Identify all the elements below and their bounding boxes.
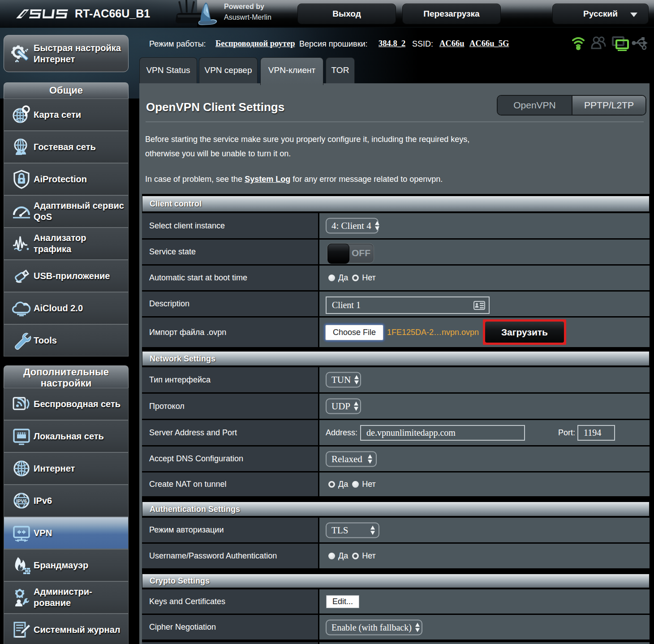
svg-text:IPV6: IPV6 bbox=[16, 498, 27, 504]
